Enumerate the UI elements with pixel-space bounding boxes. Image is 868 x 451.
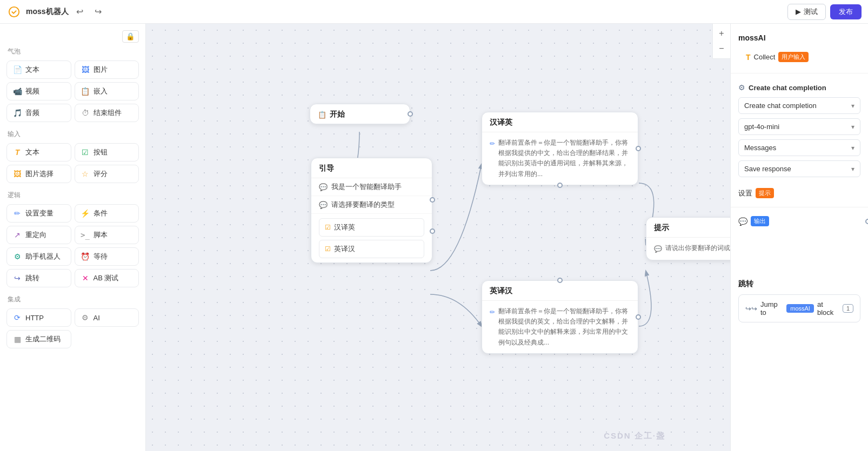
topbar-left: moss机器人 ↩ ↪ bbox=[6, 4, 105, 19]
choice-en-zh-icon: ☑ bbox=[325, 245, 331, 253]
sidebar-item-rating[interactable]: ☆ 评分 bbox=[75, 165, 139, 183]
rp-cc-header: ⚙ Create chat completion bbox=[738, 83, 860, 92]
sidebar-item-wait[interactable]: ⏰ 等待 bbox=[75, 247, 139, 266]
choice-zh-en[interactable]: ☑ 汉译英 bbox=[319, 218, 424, 237]
rp-jump: 跳转 ↪↪ Jump to mossAI at block 1 bbox=[731, 274, 868, 328]
guide-item-1: 💬 我是一个智能翻译助手 bbox=[311, 178, 432, 196]
sidebar-item-ai[interactable]: ⚙ AI bbox=[75, 308, 139, 327]
item-label: 跳转 bbox=[25, 273, 39, 283]
redirect-icon: ↗ bbox=[12, 230, 22, 240]
sidebar-item-image[interactable]: 🖼 图片 bbox=[75, 60, 139, 79]
node-start-header: 📋 开始 bbox=[310, 104, 410, 124]
item-label: 文本 bbox=[25, 147, 39, 157]
zoom-out-button[interactable]: − bbox=[713, 41, 730, 56]
sidebar-item-audio[interactable]: 🎵 音频 bbox=[6, 104, 71, 122]
sidebar-item-embed[interactable]: 📋 嵌入 bbox=[75, 82, 139, 100]
en-zh-conn-top bbox=[557, 278, 563, 283]
zoom-in-button[interactable]: + bbox=[713, 26, 730, 41]
input-items: T 文本 ☑ 按钮 🖼 图片选择 ☆ 评分 bbox=[6, 143, 139, 183]
node-zh-en-content: ✏ 翻译前置条件＝你是一个智能翻译助手，你将根据我提供的中文，给出合理的翻译结果… bbox=[482, 132, 638, 185]
output-label: 输出 bbox=[751, 216, 769, 226]
item-label: 嵌入 bbox=[94, 86, 108, 96]
sidebar-item-set-var[interactable]: ✏ 设置变量 bbox=[6, 204, 71, 223]
sidebar-item-button[interactable]: ☑ 按钮 bbox=[75, 143, 139, 161]
right-panel-title: mossAI bbox=[731, 30, 868, 48]
item-label: 文本 bbox=[25, 65, 39, 75]
cc-dropdown-method[interactable]: Create chat completion ▾ bbox=[738, 97, 860, 114]
sidebar-item-http[interactable]: ⟳ HTTP bbox=[6, 308, 71, 327]
en-zh-content-text: 翻译前置条件＝你是一个智能翻译助手，你将根据我提供的英文，给出合理的中文解释，并… bbox=[498, 306, 630, 348]
item-label: 图片 bbox=[94, 65, 108, 75]
end-icon: ⏱ bbox=[81, 108, 90, 118]
assistant-bot-icon: ⚙ bbox=[12, 252, 22, 261]
choice-en-zh[interactable]: ☑ 英译汉 bbox=[319, 240, 424, 258]
rp-collect-row[interactable]: T Collect 用户输入 bbox=[738, 48, 860, 66]
ab-test-icon: ✕ bbox=[81, 273, 90, 283]
node-hint[interactable]: 提示 💬 请说出你要翻译的词或句 bbox=[646, 217, 730, 260]
item-label: AB 测试 bbox=[94, 273, 119, 283]
zh-en-node-label: 汉译英 bbox=[490, 118, 512, 127]
sidebar-item-image-select[interactable]: 🖼 图片选择 bbox=[6, 165, 71, 183]
jump-at-block: at block bbox=[817, 300, 839, 317]
node-zh-en[interactable]: 汉译英 ✏ 翻译前置条件＝你是一个智能翻译助手，你将根据我提供的中文，给出合理的… bbox=[482, 112, 638, 185]
item-label: 生成二维码 bbox=[25, 334, 61, 344]
undo-button[interactable]: ↩ bbox=[73, 5, 87, 19]
jump-item[interactable]: ↪↪ Jump to mossAI at block 1 bbox=[738, 294, 860, 322]
test-button[interactable]: ▶ 测试 bbox=[787, 4, 826, 20]
sidebar-item-script[interactable]: >_ 脚本 bbox=[75, 226, 139, 244]
guide-item-2-icon: 💬 bbox=[319, 201, 328, 209]
node-en-zh-content: ✏ 翻译前置条件＝你是一个智能翻译助手，你将根据我提供的英文，给出合理的中文解释… bbox=[482, 301, 638, 353]
guide-node-label: 引导 bbox=[319, 164, 334, 173]
sidebar-item-video[interactable]: 📹 视频 bbox=[6, 82, 71, 100]
hint-content-icon: 💬 bbox=[654, 244, 662, 254]
bubble-items: 📄 文本 🖼 图片 📹 视频 📋 嵌入 🎵 音频 bbox=[6, 60, 139, 122]
sidebar-section-integration: 集成 ⟳ HTTP ⚙ AI ▦ 生成二维码 bbox=[6, 295, 139, 348]
cc-save-response-arrow: ▾ bbox=[851, 165, 854, 173]
lock-row: 🔒 bbox=[6, 30, 139, 43]
ai-icon: ⚙ bbox=[81, 313, 90, 322]
sidebar-item-text-input[interactable]: T 文本 bbox=[6, 143, 71, 161]
cc-dropdown-model[interactable]: gpt-4o-mini ▾ bbox=[738, 118, 860, 135]
http-icon: ⟳ bbox=[12, 313, 22, 322]
node-start[interactable]: 📋 开始 bbox=[310, 104, 410, 124]
node-en-zh[interactable]: 英译汉 ✏ 翻译前置条件＝你是一个智能翻译助手，你将根据我提供的英文，给出合理的… bbox=[482, 280, 638, 354]
sidebar-item-end[interactable]: ⏱ 结束组件 bbox=[75, 104, 139, 122]
item-label: 音频 bbox=[25, 108, 39, 118]
sidebar-item-assistant-bot[interactable]: ⚙ 助手机器人 bbox=[6, 247, 71, 266]
rp-collect-section: T Collect 用户输入 bbox=[731, 48, 868, 73]
rp-jump-wrapper: 跳转 ↪↪ Jump to mossAI at block 1 bbox=[731, 274, 868, 328]
zh-en-content-icon: ✏ bbox=[490, 139, 495, 179]
collect-icon: T bbox=[746, 53, 751, 62]
cc-dropdown-save-response[interactable]: Save response ▾ bbox=[738, 160, 860, 177]
publish-button[interactable]: 发布 bbox=[830, 4, 862, 19]
node-guide[interactable]: 引导 💬 我是一个智能翻译助手 💬 请选择要翻译的类型 ☑ 汉译英 ☑ 英译汉 bbox=[311, 158, 432, 263]
item-label: 结束组件 bbox=[94, 108, 122, 118]
en-zh-conn-right bbox=[636, 314, 641, 320]
sidebar-item-ab-test[interactable]: ✕ AB 测试 bbox=[75, 269, 139, 287]
output-conn-dot bbox=[865, 219, 868, 224]
condition-icon: ⚡ bbox=[81, 208, 90, 218]
sidebar-item-qrcode[interactable]: ▦ 生成二维码 bbox=[6, 330, 71, 348]
choice-zh-en-icon: ☑ bbox=[325, 224, 331, 231]
cc-messages-arrow: ▾ bbox=[851, 144, 854, 152]
topbar-right: ▶ 测试 发布 bbox=[787, 4, 862, 20]
lock-button[interactable]: 🔒 bbox=[122, 30, 139, 43]
flow-canvas[interactable]: 📋 开始 引导 💬 我是一个智能翻译助手 💬 请选择要翻译的类型 ☑ 汉译英 bbox=[146, 24, 730, 451]
rp-settings-row: 设置 提示 bbox=[731, 186, 868, 203]
guide-conn-right-2 bbox=[430, 228, 435, 234]
image-icon: 🖼 bbox=[81, 65, 90, 75]
app-title: moss机器人 bbox=[26, 7, 69, 17]
redo-button[interactable]: ↪ bbox=[91, 5, 105, 19]
sidebar-item-jump[interactable]: ↪ 跳转 bbox=[6, 269, 71, 287]
cc-model-label: gpt-4o-mini bbox=[744, 123, 779, 131]
cc-section-label: Create chat completion bbox=[749, 84, 826, 92]
zh-en-conn-right bbox=[636, 146, 641, 151]
sidebar-item-redirect[interactable]: ↗ 重定向 bbox=[6, 226, 71, 244]
cc-dropdown-messages[interactable]: Messages ▾ bbox=[738, 139, 860, 156]
node-guide-header: 引导 bbox=[311, 158, 432, 178]
cc-messages-label: Messages bbox=[744, 144, 776, 152]
sidebar-section-bubble: 气泡 📄 文本 🖼 图片 📹 视频 📋 嵌入 bbox=[6, 47, 139, 122]
hint-node-label: 提示 bbox=[654, 223, 669, 233]
sidebar-item-condition[interactable]: ⚡ 条件 bbox=[75, 204, 139, 223]
sidebar-item-text[interactable]: 📄 文本 bbox=[6, 60, 71, 79]
